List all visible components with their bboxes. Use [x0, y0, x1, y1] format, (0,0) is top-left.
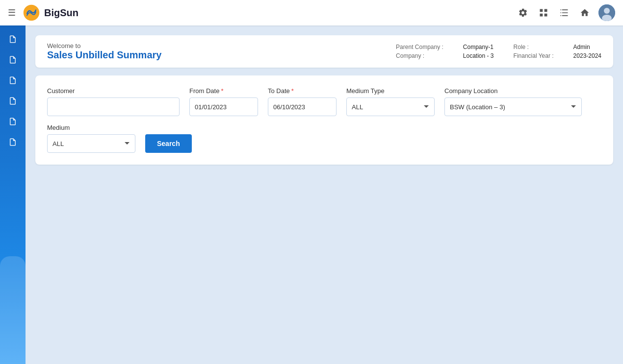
page-title: Sales Unbilled Summary — [47, 49, 161, 61]
sidebar-item-1[interactable] — [3, 30, 22, 48]
medium-select[interactable]: ALL Medium 1 Medium 2 — [47, 134, 135, 153]
sidebar-bottom-decoration — [0, 256, 26, 364]
company-label: Company : — [396, 52, 443, 59]
sidebar — [0, 25, 26, 364]
medium-type-group: Medium Type ALL Type 1 Type 2 — [346, 87, 435, 116]
logo-area: BigSun — [23, 4, 78, 22]
customer-group: Customer — [47, 87, 180, 116]
sidebar-item-3[interactable] — [3, 72, 22, 89]
avatar[interactable] — [598, 4, 615, 21]
main-layout: Welcome to Sales Unbilled Summary Parent… — [0, 25, 623, 364]
company-value: Location - 3 — [463, 52, 494, 59]
to-date-label: To Date* — [268, 87, 337, 95]
meta-company-values: Company-1 Location - 3 — [463, 44, 494, 59]
company-location-label: Company Location — [444, 87, 582, 95]
list-icon[interactable] — [557, 6, 571, 20]
grid-icon[interactable] — [537, 6, 550, 20]
content-area: Welcome to Sales Unbilled Summary Parent… — [26, 25, 623, 364]
customer-input[interactable] — [47, 97, 180, 116]
role-value: Admin — [573, 44, 601, 50]
customer-label: Customer — [47, 87, 180, 95]
filter-row-1: Customer From Date* To Date* — [47, 87, 601, 116]
company-location-select[interactable]: BSW (Location – 3) Location 1 Location 2 — [444, 97, 582, 116]
page-title-area: Welcome to Sales Unbilled Summary — [47, 42, 161, 61]
financial-year-value: 2023-2024 — [573, 52, 601, 59]
navbar-right — [516, 4, 615, 21]
parent-company-label: Parent Company : — [396, 44, 443, 50]
sidebar-item-2[interactable] — [3, 51, 22, 69]
sidebar-item-6[interactable] — [3, 133, 22, 151]
parent-company-value: Company-1 — [463, 44, 494, 50]
financial-year-label: Financial Year : — [514, 52, 554, 59]
filter-row-2: Medium ALL Medium 1 Medium 2 Search — [47, 124, 601, 153]
home-icon[interactable] — [578, 6, 592, 20]
logo-image — [23, 4, 40, 22]
welcome-text: Welcome to — [47, 42, 161, 49]
meta-parent-company: Parent Company : Company : — [396, 44, 443, 59]
navbar: ☰ BigSun — [0, 0, 623, 25]
page-header: Welcome to Sales Unbilled Summary Parent… — [35, 35, 613, 68]
role-label: Role : — [514, 44, 554, 50]
navbar-left: ☰ BigSun — [8, 4, 78, 22]
search-button[interactable]: Search — [145, 134, 192, 153]
company-location-group: Company Location BSW (Location – 3) Loca… — [444, 87, 582, 116]
sidebar-item-5[interactable] — [3, 113, 22, 130]
from-date-input[interactable] — [189, 97, 258, 116]
medium-label: Medium — [47, 124, 135, 131]
medium-type-label: Medium Type — [346, 87, 435, 95]
medium-type-select[interactable]: ALL Type 1 Type 2 — [346, 97, 435, 116]
app-name: BigSun — [44, 7, 78, 19]
sidebar-item-4[interactable] — [3, 92, 22, 110]
to-date-input[interactable] — [268, 97, 337, 116]
svg-point-2 — [604, 8, 610, 14]
medium-group: Medium ALL Medium 1 Medium 2 — [47, 124, 135, 153]
from-date-label: From Date* — [189, 87, 258, 95]
page-meta: Parent Company : Company : Company-1 Loc… — [396, 44, 601, 59]
hamburger-icon[interactable]: ☰ — [8, 7, 16, 18]
meta-role-values: Admin 2023-2024 — [573, 44, 601, 59]
from-date-group: From Date* — [189, 87, 258, 116]
meta-role: Role : Financial Year : — [514, 44, 554, 59]
gear-icon[interactable] — [516, 6, 530, 20]
to-date-group: To Date* — [268, 87, 337, 116]
filter-card: Customer From Date* To Date* — [35, 75, 613, 165]
